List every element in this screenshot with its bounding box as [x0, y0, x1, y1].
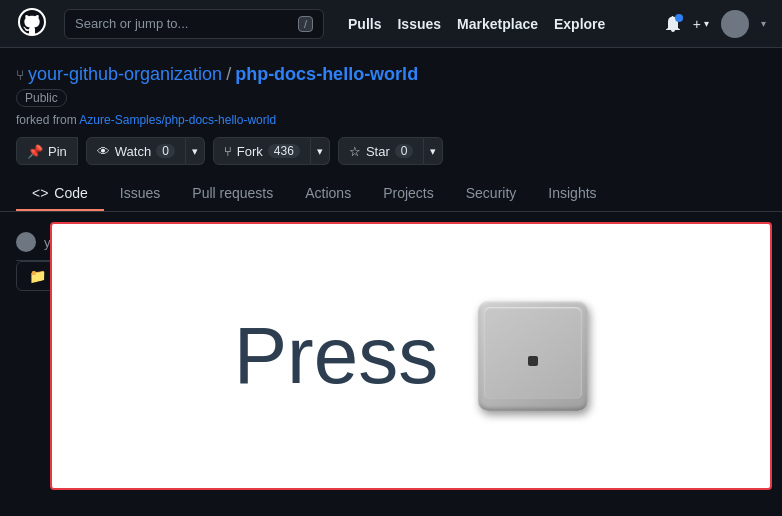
repo-tabs: <> Code Issues Pull requests Actions Pro…: [16, 177, 766, 211]
commit-author-avatar: [16, 232, 36, 252]
pin-icon: 📌: [27, 144, 43, 159]
nav-pulls[interactable]: Pulls: [348, 16, 381, 32]
repo-action-bar: 📌 Pin 👁 Watch 0 ▾ ⑂ Fork 436 ▾ ☆: [16, 137, 766, 165]
fork-count: 436: [268, 144, 300, 158]
fork-icon: ⑂: [16, 67, 24, 83]
watch-icon: 👁: [97, 144, 110, 159]
tab-security-label: Security: [466, 185, 517, 201]
fork-dropdown[interactable]: ▾: [311, 137, 330, 165]
nav-links: Pulls Issues Marketplace Explore: [348, 16, 605, 32]
watch-button[interactable]: 👁 Watch 0: [86, 137, 186, 165]
tab-actions[interactable]: Actions: [289, 177, 367, 211]
fork-button[interactable]: ⑂ Fork 436: [213, 137, 311, 165]
press-text: Press: [234, 310, 439, 402]
key-dot: [528, 356, 538, 366]
forked-from-link[interactable]: Azure-Samples/php-docs-hello-world: [79, 113, 276, 127]
watch-count: 0: [156, 144, 175, 158]
star-button[interactable]: ☆ Star 0: [338, 137, 425, 165]
tab-code-label: Code: [54, 185, 87, 201]
forked-from: forked from Azure-Samples/php-docs-hello…: [16, 113, 766, 127]
search-placeholder: Search or jump to...: [75, 16, 290, 31]
notifications-button[interactable]: [665, 16, 681, 32]
search-box[interactable]: Search or jump to... /: [64, 9, 324, 39]
star-label: Star: [366, 144, 390, 159]
folder-icon: 📁: [29, 268, 46, 284]
caret-icon: ▾: [704, 18, 709, 29]
top-navigation: Search or jump to... / Pulls Issues Mark…: [0, 0, 782, 48]
avatar-caret[interactable]: ▾: [761, 18, 766, 29]
tab-code[interactable]: <> Code: [16, 177, 104, 211]
fork-group: ⑂ Fork 436 ▾: [213, 137, 330, 165]
tab-actions-label: Actions: [305, 185, 351, 201]
watch-group: 👁 Watch 0 ▾: [86, 137, 205, 165]
tab-security[interactable]: Security: [450, 177, 533, 211]
star-count: 0: [395, 144, 414, 158]
watch-dropdown[interactable]: ▾: [186, 137, 205, 165]
breadcrumb: ⑂ your-github-organization / php-docs-he…: [16, 64, 766, 85]
tab-projects[interactable]: Projects: [367, 177, 450, 211]
tab-issues-label: Issues: [120, 185, 160, 201]
visibility-badge: Public: [16, 89, 67, 107]
tab-pullrequests[interactable]: Pull requests: [176, 177, 289, 211]
star-dropdown[interactable]: ▾: [424, 137, 443, 165]
star-icon: ☆: [349, 144, 361, 159]
repo-name-link[interactable]: php-docs-hello-world: [235, 64, 418, 85]
topnav-right: + ▾ ▾: [665, 10, 766, 38]
search-kbd: /: [298, 16, 313, 32]
nav-marketplace[interactable]: Marketplace: [457, 16, 538, 32]
repo-badges: Public: [16, 89, 766, 107]
plus-icon: +: [693, 16, 701, 32]
pin-group: 📌 Pin: [16, 137, 78, 165]
code-icon: <>: [32, 185, 48, 201]
nav-explore[interactable]: Explore: [554, 16, 605, 32]
tab-insights[interactable]: Insights: [532, 177, 612, 211]
repo-org-link[interactable]: your-github-organization: [28, 64, 222, 85]
github-logo[interactable]: [16, 6, 48, 41]
nav-issues[interactable]: Issues: [397, 16, 441, 32]
repo-header: ⑂ your-github-organization / php-docs-he…: [0, 48, 782, 212]
tab-issues[interactable]: Issues: [104, 177, 176, 211]
breadcrumb-separator: /: [226, 64, 231, 85]
pin-label: Pin: [48, 144, 67, 159]
notification-dot: [675, 14, 683, 22]
star-group: ☆ Star 0 ▾: [338, 137, 444, 165]
tab-projects-label: Projects: [383, 185, 434, 201]
watch-label: Watch: [115, 144, 151, 159]
tab-pr-label: Pull requests: [192, 185, 273, 201]
key-cap: [478, 301, 588, 411]
fork-label: Fork: [237, 144, 263, 159]
tab-insights-label: Insights: [548, 185, 596, 201]
pin-button[interactable]: 📌 Pin: [16, 137, 78, 165]
fork-btn-icon: ⑂: [224, 144, 232, 159]
create-button[interactable]: + ▾: [693, 16, 709, 32]
user-avatar[interactable]: [721, 10, 749, 38]
press-overlay: Press: [50, 222, 772, 490]
